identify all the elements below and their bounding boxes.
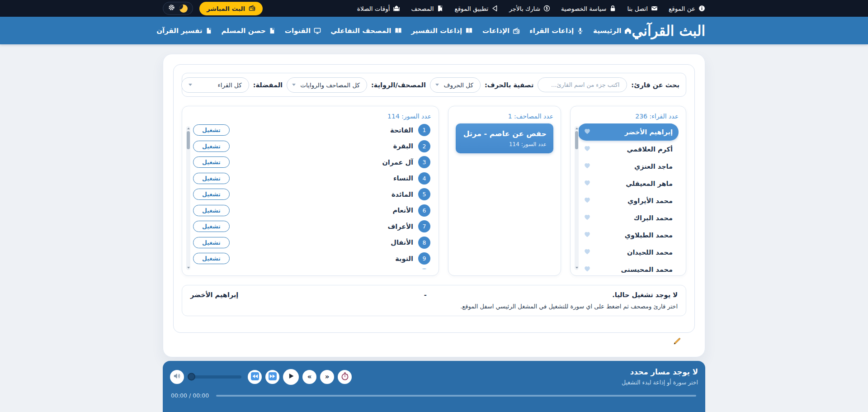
- play-icon: [288, 373, 294, 381]
- reciter-list: إبراهيم الأخضر أكرم العلاقمي ماجد العنزي: [578, 123, 679, 273]
- reciter-name: إبراهيم الأخضر: [625, 128, 673, 136]
- envelope-icon: [651, 5, 658, 12]
- scroll-down-icon[interactable]: [576, 267, 578, 269]
- mushafs-panel: عدد المصاحف: 1 حفص عن عاصم - مرتل عدد ال…: [448, 106, 561, 276]
- reciter-name: محمد الطبلاوي: [625, 232, 673, 239]
- scroll-up-icon[interactable]: [576, 128, 578, 129]
- reciter-name: ماهر المعيقلي: [626, 180, 673, 187]
- reciter-item[interactable]: محمد اللحيدان: [578, 244, 679, 261]
- theme-toggle[interactable]: [163, 2, 193, 15]
- chevron-down-icon: [189, 84, 192, 86]
- play-surah-button[interactable]: تشغيل: [193, 173, 230, 184]
- reciter-search-input[interactable]: [538, 77, 627, 92]
- topbar-link-prayer-times[interactable]: أوقات الصلاة: [357, 5, 401, 12]
- reciter-item[interactable]: محمد الأيراوي: [578, 192, 679, 209]
- topbar-link-label: شارك بالأجر: [509, 5, 540, 12]
- rewind-button[interactable]: [248, 370, 262, 384]
- volume-slider-thumb[interactable]: [188, 373, 195, 381]
- surah-number-badge: 1: [418, 124, 430, 136]
- track-title: لا يوجد مسار محدد: [622, 368, 698, 376]
- play-surah-button[interactable]: تشغيل: [193, 269, 230, 270]
- reciter-item[interactable]: محمد المحيسني: [578, 261, 679, 273]
- mushaf-filter-select[interactable]: كل المصاحف والروايات: [287, 77, 367, 93]
- site-logo[interactable]: البث القرآني: [632, 23, 705, 39]
- scrollbar-thumb[interactable]: [187, 131, 190, 149]
- surah-name: آل عمران: [230, 159, 413, 166]
- previous-button[interactable]: «: [302, 370, 316, 384]
- play-surah-button[interactable]: تشغيل: [193, 189, 230, 200]
- topbar-link-label: اتصل بنا: [627, 5, 648, 12]
- nav-item-label: حصن المسلم: [222, 27, 266, 35]
- mushaf-filter-label: المصحف/الرواية:: [371, 81, 426, 89]
- nav-item-reciter-radios[interactable]: إذاعات القراء: [529, 27, 584, 35]
- heart-icon[interactable]: [584, 128, 591, 136]
- surah-row: 9 التوبة تشغيل: [189, 252, 430, 265]
- play-surah-button[interactable]: تشغيل: [193, 237, 230, 248]
- reciters-panel: عدد القراء: 236 إبراهيم الأخضر أكرم العل…: [570, 106, 686, 276]
- scrollbar-thumb[interactable]: [575, 131, 578, 149]
- scroll-down-icon[interactable]: [187, 267, 190, 269]
- nav-item-tafsir-radios[interactable]: إذاعات التفسير: [411, 27, 473, 35]
- mushaf-surah-count: عدد السور: 114: [462, 141, 547, 147]
- play-surah-button[interactable]: تشغيل: [193, 205, 230, 216]
- mushafs-count: عدد المصاحف: 1: [456, 113, 553, 120]
- volume-button[interactable]: [170, 370, 184, 384]
- heart-icon[interactable]: [584, 197, 591, 205]
- lists-row: عدد القراء: 236 إبراهيم الأخضر أكرم العل…: [182, 106, 686, 276]
- heart-icon[interactable]: [584, 231, 591, 239]
- next-button[interactable]: »: [320, 370, 334, 384]
- heart-icon[interactable]: [584, 162, 591, 170]
- play-surah-button[interactable]: تشغيل: [193, 141, 230, 152]
- lock-icon: [609, 5, 616, 12]
- nav-item-label: الإذاعات: [482, 27, 509, 35]
- nav-item-hisn-almuslim[interactable]: حصن المسلم: [222, 27, 275, 35]
- heart-icon[interactable]: [584, 180, 591, 188]
- reciters-scrollbar[interactable]: [575, 126, 579, 270]
- play-button[interactable]: [283, 369, 299, 385]
- reciter-item[interactable]: ماهر المعيقلي: [578, 175, 679, 192]
- nav-item-home[interactable]: الرئيسية: [593, 27, 632, 35]
- play-surah-button[interactable]: تشغيل: [193, 221, 230, 232]
- topbar-link-about[interactable]: عن الموقع: [669, 5, 705, 12]
- heart-icon[interactable]: [584, 145, 591, 153]
- topbar-link-contact[interactable]: اتصل بنا: [627, 5, 658, 12]
- topbar-link-mushaf[interactable]: المصحف: [411, 5, 443, 12]
- play-surah-button[interactable]: تشغيل: [193, 156, 230, 168]
- heart-icon[interactable]: [584, 214, 591, 222]
- heart-icon[interactable]: [584, 265, 591, 273]
- progress-bar[interactable]: [216, 395, 696, 397]
- volume-slider[interactable]: [189, 375, 241, 379]
- nav-item-radios[interactable]: الإذاعات: [482, 27, 520, 35]
- surahs-scrollbar[interactable]: [186, 126, 190, 270]
- reciter-name: محمد المحيسني: [621, 266, 673, 273]
- pencil-icon[interactable]: [673, 339, 681, 347]
- heart-icon[interactable]: [584, 248, 591, 256]
- reciter-item[interactable]: ماجد العنزي: [578, 158, 679, 175]
- book-icon: [437, 5, 443, 12]
- reciter-item[interactable]: محمد الطبلاوي: [578, 227, 679, 244]
- reciter-item[interactable]: أكرم العلاقمي: [578, 141, 679, 158]
- sleep-timer-button[interactable]: [338, 370, 352, 384]
- next-icon: »: [325, 374, 330, 380]
- mushaf-card[interactable]: حفص عن عاصم - مرتل عدد السور: 114: [456, 123, 553, 153]
- reciter-item[interactable]: إبراهيم الأخضر: [578, 123, 679, 141]
- surah-name: الأنعام: [230, 207, 413, 214]
- track-subtitle: اختر سورة أو إذاعة لبدء التشغيل: [622, 379, 698, 386]
- topbar-link-privacy[interactable]: سياسة الخصوصية: [561, 5, 616, 12]
- topbar-link-app[interactable]: تطبيق الموقع: [454, 5, 498, 12]
- reciter-item[interactable]: محمد البراك: [578, 209, 679, 227]
- forward-button[interactable]: [265, 370, 279, 384]
- live-stream-button[interactable]: البث المباشر: [199, 2, 263, 15]
- play-surah-button[interactable]: تشغيل: [193, 253, 230, 264]
- play-surah-button[interactable]: تشغيل: [193, 124, 230, 136]
- favorites-filter-select[interactable]: كل القراء: [181, 77, 249, 93]
- nav-item-quran-tafsir[interactable]: تفسير القرآن: [156, 27, 212, 35]
- nav-item-channels[interactable]: القنوات: [285, 27, 321, 35]
- nav-item-interactive-mushaf[interactable]: المصحف التفاعلي: [330, 27, 401, 35]
- nav-item-label: المصحف التفاعلي: [330, 27, 391, 35]
- info-icon: [698, 5, 705, 12]
- topbar-link-share-reward[interactable]: شارك بالأجر: [509, 5, 550, 12]
- surah-row: 5 المائدة تشغيل: [189, 188, 430, 201]
- letter-filter-select[interactable]: كل الحروف: [430, 77, 481, 93]
- scroll-up-icon[interactable]: [187, 128, 190, 129]
